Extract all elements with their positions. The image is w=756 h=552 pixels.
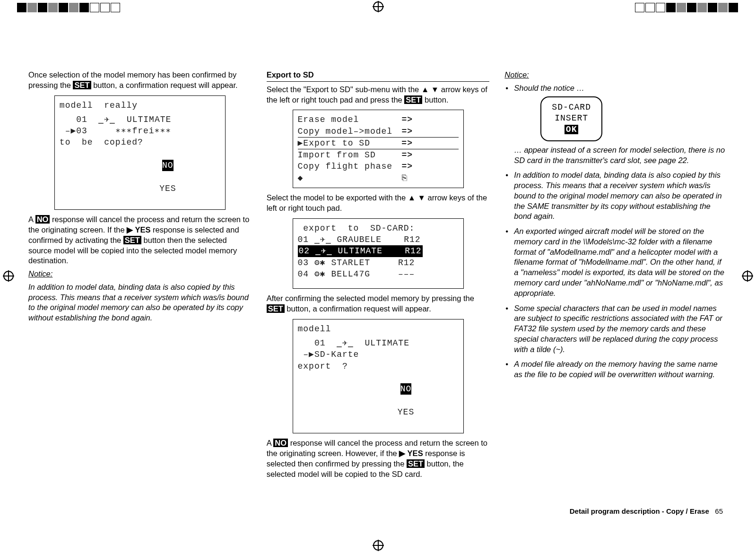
notice-item-2: In addition to model data, binding data …	[504, 170, 728, 222]
notice-item-1: Should the notice … SD-CARD INSERT OK … …	[504, 83, 728, 166]
content-columns: Once selection of the model memory has b…	[28, 70, 728, 500]
lcd-export-confirm: modell 01 ⎯✈⎯ ULTIMATE –▶SD-Karte export…	[293, 319, 464, 434]
lcd-no: NO	[162, 160, 174, 171]
lcd-yes: YES	[398, 407, 414, 417]
regmarks-left	[17, 3, 121, 12]
crop-mark-top	[373, 1, 384, 12]
crop-mark-right	[742, 270, 753, 282]
no-badge: NO	[273, 439, 288, 447]
c1-notice-text: In addition to model data, binding data …	[28, 282, 252, 323]
crop-mark-bottom	[373, 540, 384, 551]
notice-label: Notice:	[28, 269, 252, 279]
set-badge: SET	[407, 459, 425, 468]
notice-label: Notice:	[504, 70, 728, 80]
no-badge: NO	[35, 215, 50, 224]
set-badge: SET	[404, 95, 422, 104]
regmarks-right	[635, 3, 739, 12]
sd-card-badge: SD-CARD INSERT OK	[540, 96, 602, 141]
c2-paragraph-2: Select the model to be exported with the…	[267, 193, 490, 214]
crop-mark-left	[3, 270, 14, 282]
notice-list: Should the notice … SD-CARD INSERT OK … …	[504, 83, 728, 380]
column-1: Once selection of the model memory has b…	[28, 70, 252, 500]
page-footer: Detail program description - Copy / Eras…	[570, 507, 723, 515]
c2-paragraph-4: A NO response will cancel the process an…	[267, 438, 490, 479]
set-badge: SET	[123, 236, 141, 244]
lcd-yes: YES	[159, 184, 176, 193]
column-2: Export to SD Select the "Export to SD" s…	[267, 70, 490, 500]
c1-paragraph-2: A NO response will cancel the process an…	[28, 215, 252, 266]
lcd-copy-confirm: modell really 01 ⎯✈⎯ ULTIMATE –▶03 ∗∗∗fr…	[54, 95, 226, 210]
ok-badge: OK	[565, 125, 579, 134]
column-3: Notice: Should the notice … SD-CARD INSE…	[504, 70, 728, 500]
lcd-menu: Erase model=> Copy model–>model=> ▶Expor…	[293, 110, 464, 188]
lcd-no: NO	[400, 383, 412, 395]
c2-paragraph-1: Select the "Export to SD" sub-menu with …	[267, 85, 490, 105]
c1-paragraph-1: Once selection of the model memory has b…	[28, 70, 252, 91]
lcd-model-list: export to SD-CARD: 01 ⎯✈⎯ GRAUBELE R12 0…	[293, 218, 464, 289]
notice-item-4: Some special characters that can be used…	[504, 303, 728, 355]
c2-paragraph-3: After confirming the selected model memo…	[267, 293, 490, 314]
notice-item-3: An exported winged aircraft model will b…	[504, 226, 728, 298]
notice-item-5: A model file already on the memory havin…	[504, 359, 728, 380]
page: Once selection of the model memory has b…	[0, 0, 756, 552]
set-badge: SET	[267, 304, 285, 313]
section-heading: Export to SD	[267, 70, 490, 82]
set-badge: SET	[73, 81, 91, 89]
